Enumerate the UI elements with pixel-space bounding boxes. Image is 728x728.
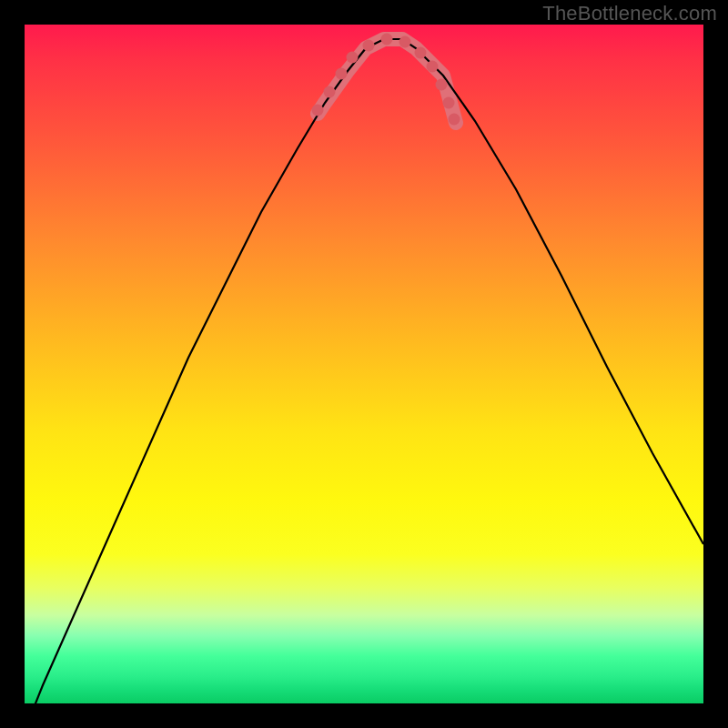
pink-dot: [436, 79, 448, 91]
chart-frame: TheBottleneck.com: [0, 0, 728, 728]
pink-dot: [312, 105, 324, 116]
pink-dot: [363, 40, 375, 52]
pink-dot: [336, 68, 348, 80]
bottleneck-curve: [25, 39, 703, 703]
pink-dot: [449, 114, 460, 126]
pink-dot: [324, 86, 336, 98]
pink-band-path: [318, 39, 456, 123]
pink-dot: [415, 47, 427, 59]
pink-dot: [347, 52, 359, 64]
plot-area: [25, 25, 703, 703]
pink-dot: [399, 36, 411, 48]
chart-svg: [25, 25, 703, 703]
watermark-text: TheBottleneck.com: [542, 2, 717, 25]
pink-dot: [427, 61, 439, 73]
pink-dot: [443, 97, 455, 109]
pink-band: [318, 39, 456, 123]
pink-dot: [381, 34, 393, 46]
